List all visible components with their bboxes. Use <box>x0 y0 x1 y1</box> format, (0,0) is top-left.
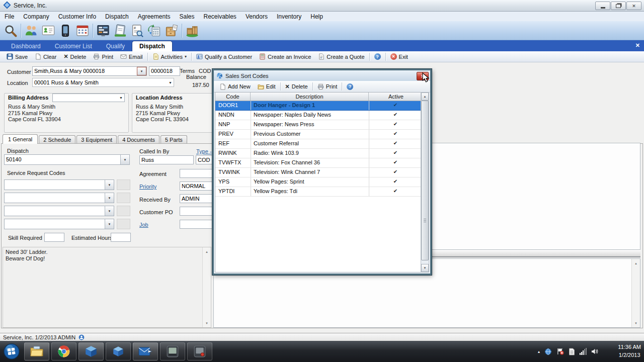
taskbar-app-cube2-button[interactable] <box>106 342 131 360</box>
nav-tab[interactable]: Dispatch <box>132 41 173 51</box>
dispatch-number-combo[interactable]: 50140 ▼ <box>4 154 130 165</box>
menu-item[interactable]: Customer Info <box>54 13 101 20</box>
column-header-code[interactable]: Code <box>215 93 251 101</box>
sort-code-row[interactable]: DOOR1 Door Hanger - Design 1 ✔ <box>215 101 423 111</box>
customer-code-field[interactable]: 0000018 <box>149 66 180 76</box>
sort-code-row[interactable]: TVWINK Television: Wink Channel 7 ✔ <box>215 168 423 177</box>
email-button[interactable]: Email <box>117 52 146 62</box>
sort-code-row[interactable]: YPTDI Yellow Pages: Tdi ✔ <box>215 187 423 197</box>
billing-address-combo[interactable]: ▼ <box>52 94 125 102</box>
payments-icon[interactable] <box>146 23 163 39</box>
create-invoice-button[interactable]: Create an Invoice <box>256 52 314 62</box>
menu-item[interactable]: Sales <box>175 13 199 20</box>
called-in-by-field[interactable]: Russ <box>139 155 194 164</box>
close-pane-icon[interactable]: ✕ <box>635 42 640 49</box>
add-new-button[interactable]: Add New <box>216 81 254 92</box>
dispatch-clipboard-icon[interactable] <box>112 23 129 39</box>
chevron-down-icon[interactable]: ▼ <box>120 155 129 164</box>
contact-card-icon[interactable] <box>40 23 57 39</box>
menu-item[interactable]: Company <box>19 13 53 20</box>
location-combo[interactable]: 00001 Russ & Mary Smith ▼ <box>32 78 174 87</box>
taskbar-chrome-button[interactable] <box>51 342 76 360</box>
detail-tab[interactable]: 3 Equipment <box>76 135 117 144</box>
help-button[interactable]: ? <box>343 81 357 92</box>
menu-item[interactable]: File <box>0 13 19 20</box>
scroll-down-icon[interactable]: ▼ <box>203 319 211 327</box>
clear-button[interactable]: Clear <box>31 52 60 62</box>
exit-button[interactable]: ✕ Exit <box>387 52 412 62</box>
nav-tab[interactable]: Dashboard <box>4 41 48 51</box>
detail-tab[interactable]: 1 General <box>3 134 38 144</box>
taskbar-app-cube1-button[interactable] <box>78 342 104 360</box>
print-button[interactable]: Print <box>90 52 117 62</box>
sort-code-row[interactable]: PREV Previous Customer ✔ <box>215 130 423 139</box>
tray-expand-icon[interactable]: ▴ <box>538 349 540 354</box>
create-quote-button[interactable]: ? Create a Quote <box>314 52 368 62</box>
scroll-up-icon[interactable]: ▲ <box>203 248 211 255</box>
nav-tab[interactable]: Qualify <box>99 41 132 51</box>
taskbar-clock[interactable]: 11:36 AM 1/2/2013 <box>618 343 641 359</box>
action-center-flag-icon[interactable] <box>556 348 564 355</box>
column-header-active[interactable]: Active <box>369 93 423 101</box>
agreement-field[interactable] <box>180 169 212 178</box>
calendar-icon[interactable] <box>74 23 91 39</box>
invoice-lookup-icon[interactable]: # <box>129 23 146 39</box>
chevron-down-icon[interactable]: ▼ <box>119 94 123 102</box>
received-by-field[interactable]: ADMIN <box>180 194 212 203</box>
delete-button[interactable]: ✕ Delete <box>60 52 90 62</box>
menu-item[interactable]: Vendors <box>241 13 272 20</box>
customers-icon[interactable] <box>23 23 40 39</box>
schedule-board-icon[interactable] <box>95 23 112 39</box>
start-button[interactable] <box>0 341 23 362</box>
lower-panel-scrollbar[interactable]: ▲ ▼ <box>631 259 640 327</box>
menu-item[interactable]: Inventory <box>272 13 306 20</box>
search-icon[interactable] <box>2 23 19 39</box>
close-button[interactable]: ✕ <box>626 2 641 10</box>
dialog-titlebar[interactable]: Sales Sort Codes ✕ <box>214 70 430 81</box>
customer-po-field[interactable] <box>180 207 212 216</box>
menu-item[interactable]: Receivables <box>199 13 241 20</box>
scrollbar-thumb[interactable] <box>421 101 429 260</box>
sort-code-row[interactable]: REF Customer Referral ✔ <box>215 139 423 149</box>
skill-required-field[interactable] <box>44 233 64 242</box>
chevron-down-icon[interactable]: ▼ <box>105 219 114 229</box>
type-field[interactable]: COD <box>196 155 212 164</box>
service-request-combo[interactable]: ▼ <box>4 219 114 229</box>
document-tray-icon[interactable] <box>569 348 575 355</box>
scroll-down-icon[interactable]: ▼ <box>632 319 640 327</box>
customer-combo[interactable]: Smith,Russ & Mary 0000018 ▼ <box>32 66 147 76</box>
detail-tab[interactable]: 4 Documents <box>118 135 159 144</box>
notes-scrollbar[interactable]: ▲ ▼ <box>202 247 211 327</box>
service-request-combo[interactable]: ▼ <box>4 206 114 216</box>
qualify-customer-button[interactable]: Qualify a Customer <box>193 52 256 62</box>
chevron-down-icon[interactable]: ▼ <box>105 193 114 203</box>
type-link[interactable]: Type - <box>196 148 212 154</box>
sort-code-row[interactable]: NNP Newspaper: News Press ✔ <box>215 120 423 130</box>
estimated-hours-field[interactable] <box>111 233 131 242</box>
print-button[interactable]: Print <box>314 81 341 92</box>
detail-tab[interactable]: 2 Schedule <box>39 135 75 144</box>
menu-item[interactable]: Agreements <box>133 13 175 20</box>
taskbar-explorer-button[interactable] <box>24 342 49 360</box>
save-button[interactable]: Save <box>3 52 31 62</box>
speaker-icon[interactable] <box>591 348 599 355</box>
network-globe-icon[interactable] <box>544 348 552 355</box>
sort-code-row[interactable]: NNDN Newspaper: Naples Daily News ✔ <box>215 111 423 120</box>
edit-button[interactable]: Edit <box>254 81 279 92</box>
service-request-combo[interactable]: ▼ <box>4 193 114 203</box>
job-field[interactable] <box>180 220 212 229</box>
job-link[interactable]: Job <box>139 222 148 228</box>
priority-link[interactable]: Priority <box>139 184 156 190</box>
sort-code-row[interactable]: YPS Yellow Pages: Sprint ✔ <box>215 177 423 187</box>
taskbar-send-button[interactable] <box>133 342 158 360</box>
sort-code-row[interactable]: TVWFTX Television: Fox Channel 36 ✔ <box>215 158 423 168</box>
menu-item[interactable]: Dispatch <box>101 13 133 20</box>
chevron-down-icon[interactable]: ▼ <box>169 78 172 86</box>
scroll-down-button[interactable]: ▼ <box>421 264 429 272</box>
chevron-down-icon[interactable]: ▼ <box>137 67 146 75</box>
signal-strength-icon[interactable] <box>580 348 587 355</box>
sort-code-row[interactable]: RWINK Radio: Wink 103.9 ✔ <box>215 149 423 158</box>
help-button[interactable]: ? <box>371 52 384 62</box>
delete-button[interactable]: ✕ Delete <box>282 81 311 92</box>
scroll-up-button[interactable]: ▲ <box>421 93 429 101</box>
